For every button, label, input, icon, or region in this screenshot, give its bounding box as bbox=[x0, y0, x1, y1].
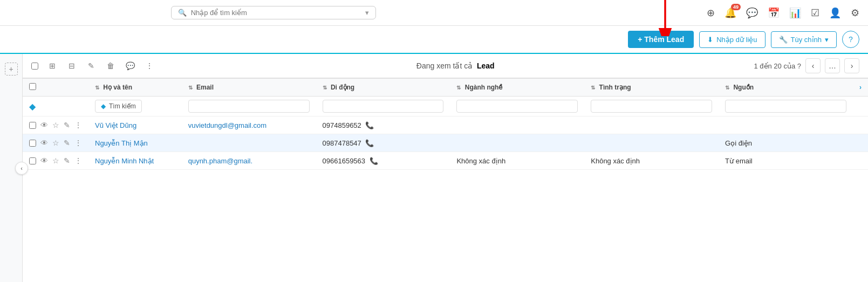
plus-icon[interactable]: ⊕ bbox=[707, 7, 715, 19]
phone-icon: 📞 bbox=[365, 139, 374, 147]
left-sidebar-inner: + bbox=[0, 54, 22, 75]
row2-name[interactable]: Nguyễn Thị Mận bbox=[88, 134, 182, 152]
row3-phone: 09661659563 📞 bbox=[316, 152, 450, 170]
notification-badge: 49 bbox=[731, 4, 741, 10]
row1-source bbox=[719, 116, 853, 134]
delete-icon[interactable]: 🗑 bbox=[103, 58, 118, 73]
more-pages-button[interactable]: … bbox=[825, 58, 840, 73]
row1-name[interactable]: Vũ Việt Dũng bbox=[88, 116, 182, 134]
kanban-view-icon[interactable]: ⊟ bbox=[64, 58, 79, 73]
row3-industry: Không xác định bbox=[450, 152, 584, 170]
row2-checkbox[interactable] bbox=[29, 140, 36, 147]
filter-row: ◆ ◆ Tìm kiếm bbox=[23, 97, 868, 116]
row2-more-icon[interactable]: ⋮ bbox=[74, 139, 82, 147]
edit-icon[interactable]: ✎ bbox=[84, 58, 99, 73]
calendar-icon[interactable]: 📅 bbox=[768, 7, 780, 19]
select-all-checkbox[interactable] bbox=[31, 63, 38, 70]
search-bar-container[interactable]: 🔍 ▾ bbox=[171, 6, 376, 19]
main-content: + ‹ ⊞ ⊟ ✎ 🗑 💬 ⋮ Đang xem tất cả Lead 1 đ… bbox=[0, 54, 868, 282]
customize-button[interactable]: 🔧 Tùy chỉnh ▾ bbox=[771, 31, 837, 48]
row3-view-icon[interactable]: 👁 bbox=[40, 156, 48, 165]
row3-name[interactable]: Nguyễn Minh Nhật bbox=[88, 152, 182, 170]
next-page-button[interactable]: › bbox=[844, 58, 859, 73]
filter-status-cell bbox=[584, 97, 719, 116]
row1-status bbox=[584, 116, 719, 134]
sidebar-add-button[interactable]: + bbox=[5, 63, 18, 75]
filter-last-cell bbox=[853, 97, 868, 116]
row2-view-icon[interactable]: 👁 bbox=[40, 139, 48, 147]
filter-industry-cell bbox=[450, 97, 584, 116]
th-name[interactable]: ⇅ Họ và tên bbox=[88, 79, 182, 97]
row2-edit-icon[interactable]: ✎ bbox=[64, 139, 70, 147]
row1-edit-icon[interactable]: ✎ bbox=[64, 121, 70, 129]
th-industry[interactable]: ⇅ Ngành nghề bbox=[450, 79, 584, 97]
th-source[interactable]: ⇅ Nguồn bbox=[719, 79, 853, 97]
phone-icon: 📞 bbox=[370, 157, 378, 165]
sort-industry-icon: ⇅ bbox=[456, 85, 461, 91]
table-row: 👁 ☆ ✎ ⋮ Nguyễn Thị Mận 0987478547 📞 bbox=[23, 134, 868, 152]
row3-more-icon[interactable]: ⋮ bbox=[74, 156, 82, 165]
row3-last bbox=[853, 152, 868, 170]
row1-industry bbox=[450, 116, 584, 134]
sort-email-icon: ⇅ bbox=[188, 85, 193, 91]
sort-source-icon: ⇅ bbox=[725, 85, 729, 91]
sidebar-collapse-button[interactable]: ‹ bbox=[15, 162, 28, 175]
comment-icon[interactable]: 💬 bbox=[122, 58, 138, 73]
row3-edit-icon[interactable]: ✎ bbox=[64, 156, 70, 165]
bell-icon[interactable]: 🔔 49 bbox=[725, 7, 736, 19]
table-header-row: ⇅ Họ và tên ⇅ Email ⇅ Di động ⇅ Ngành ng… bbox=[23, 79, 868, 97]
left-sidebar: + ‹ bbox=[0, 54, 23, 282]
filter-label-icon: ◆ bbox=[101, 102, 106, 110]
row1-last bbox=[853, 116, 868, 134]
row3-source: Từ email bbox=[719, 152, 853, 170]
settings-icon[interactable]: ⚙ bbox=[851, 7, 859, 19]
more-options-icon[interactable]: ⋮ bbox=[142, 58, 157, 73]
row3-status: Không xác định bbox=[584, 152, 719, 170]
source-filter-input[interactable] bbox=[725, 100, 846, 113]
status-filter-input[interactable] bbox=[591, 100, 712, 113]
table-row: 👁 ☆ ✎ ⋮ Nguyễn Minh Nhật quynh.pham@gmai… bbox=[23, 152, 868, 170]
search-icon: 🔍 bbox=[178, 9, 187, 17]
row1-star-icon[interactable]: ☆ bbox=[52, 121, 59, 129]
sort-name-icon: ⇅ bbox=[95, 85, 99, 91]
sort-phone-icon: ⇅ bbox=[323, 85, 327, 91]
row1-actions: 👁 ☆ ✎ ⋮ bbox=[29, 121, 82, 129]
row3-checkbox[interactable] bbox=[29, 157, 36, 164]
row2-phone: 0987478547 📞 bbox=[316, 134, 450, 152]
user-icon[interactable]: 👤 bbox=[829, 7, 841, 19]
table-topbar: ⊞ ⊟ ✎ 🗑 💬 ⋮ Đang xem tất cả Lead 1 đến 2… bbox=[23, 54, 868, 78]
help-button[interactable]: ? bbox=[842, 31, 859, 48]
checkbox-icon[interactable]: ☑ bbox=[811, 7, 819, 19]
th-email[interactable]: ⇅ Email bbox=[182, 79, 316, 97]
industry-filter-input[interactable] bbox=[456, 100, 578, 113]
add-lead-button[interactable]: + Thêm Lead bbox=[628, 31, 694, 48]
th-phone[interactable]: ⇅ Di động bbox=[316, 79, 450, 97]
table-title: Đang xem tất cả Lead bbox=[161, 61, 749, 70]
row1-view-icon[interactable]: 👁 bbox=[40, 121, 48, 129]
row1-checkbox[interactable] bbox=[29, 122, 36, 129]
row1-email: vuvietdungdl@gmail.com bbox=[182, 116, 316, 134]
chart-icon[interactable]: 📊 bbox=[789, 7, 801, 19]
row1-more-icon[interactable]: ⋮ bbox=[74, 121, 82, 129]
th-expand[interactable]: › bbox=[853, 79, 868, 97]
grid-view-icon[interactable]: ⊞ bbox=[45, 58, 60, 73]
phone-filter-input[interactable] bbox=[323, 100, 444, 113]
row1-checkbox-cell: 👁 ☆ ✎ ⋮ bbox=[23, 116, 88, 134]
import-button[interactable]: ⬇ Nhập dữ liệu bbox=[699, 31, 765, 48]
table-area: ⊞ ⊟ ✎ 🗑 💬 ⋮ Đang xem tất cả Lead 1 đến 2… bbox=[23, 54, 868, 282]
email-filter-input[interactable] bbox=[188, 100, 310, 113]
chat-icon[interactable]: 💬 bbox=[746, 7, 758, 19]
prev-page-button[interactable]: ‹ bbox=[805, 58, 821, 73]
search-filter-button[interactable]: ◆ Tìm kiếm bbox=[95, 100, 142, 113]
row2-star-icon[interactable]: ☆ bbox=[52, 139, 59, 147]
row2-industry bbox=[450, 134, 584, 152]
search-input[interactable] bbox=[191, 9, 361, 17]
row2-status bbox=[584, 134, 719, 152]
phone-icon: 📞 bbox=[365, 121, 374, 129]
header-checkbox[interactable] bbox=[29, 83, 36, 90]
wrench-icon: 🔧 bbox=[779, 36, 788, 44]
leads-table: ⇅ Họ và tên ⇅ Email ⇅ Di động ⇅ Ngành ng… bbox=[23, 78, 868, 170]
row3-star-icon[interactable]: ☆ bbox=[52, 156, 59, 165]
nav-icons-group: ⊕ 🔔 49 💬 📅 📊 ☑ 👤 ⚙ bbox=[707, 7, 859, 19]
th-status[interactable]: ⇅ Tình trạng bbox=[584, 79, 719, 97]
